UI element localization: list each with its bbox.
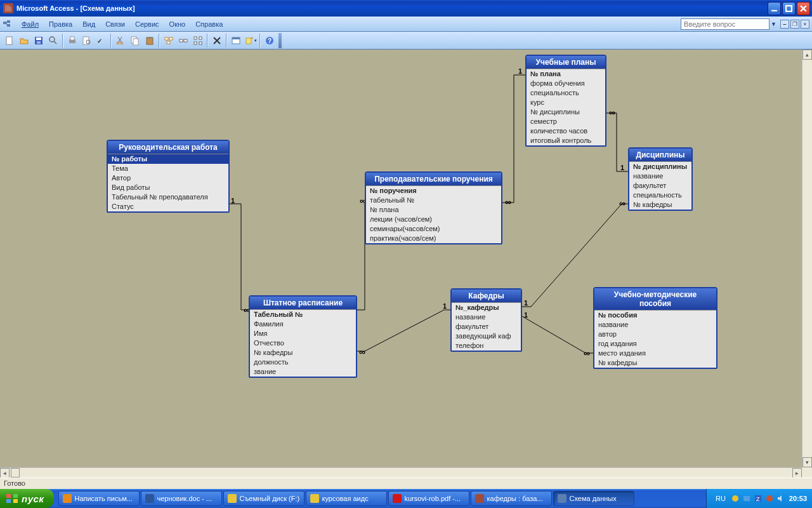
table-uchebnye-plany[interactable]: Учебные планы № планаформа обученияспеци…	[525, 55, 606, 147]
cut-icon[interactable]	[114, 34, 128, 48]
table-field[interactable]: № плана	[366, 205, 501, 215]
lang-indicator[interactable]: RU	[716, 495, 726, 502]
table-field[interactable]: Имя	[250, 329, 356, 338]
table-field[interactable]: Фамилия	[250, 319, 356, 329]
table-uchebno-metodicheskie-posobiya[interactable]: Учебно-методические пособия № пособияназ…	[593, 287, 717, 369]
tray-icon[interactable]: Z	[754, 494, 763, 503]
horizontal-scrollbar[interactable]: ◂ ▸	[0, 467, 802, 478]
table-prepodavatelskie-porucheniya[interactable]: Преподавательские поручения № порученият…	[365, 171, 502, 244]
taskbar-item[interactable]: черновик.doc - ...	[141, 491, 222, 506]
search-icon[interactable]	[46, 34, 60, 48]
table-field[interactable]: специальность	[527, 88, 605, 98]
minimize-button[interactable]	[768, 2, 781, 15]
db-window-icon[interactable]	[229, 34, 243, 48]
mdi-minimize-button[interactable]: ‒	[780, 20, 789, 29]
table-field[interactable]: Автор	[108, 173, 228, 183]
table-field[interactable]: место издания	[594, 349, 716, 358]
volume-icon[interactable]	[776, 494, 785, 503]
taskbar-item[interactable]: kursovi-rob.pdf -...	[388, 491, 469, 506]
table-field[interactable]: № кафедры	[629, 200, 691, 210]
table-field[interactable]: табельный №	[366, 196, 501, 205]
menu-help[interactable]: Справка	[190, 18, 228, 30]
table-field[interactable]: название	[594, 320, 716, 330]
table-discipliny[interactable]: Дисциплины № дисциплиныназваниефакультет…	[628, 147, 693, 211]
table-shtatnoe-raspisanie[interactable]: Штатное расписание Табельный №ФамилияИмя…	[249, 295, 357, 378]
tray-icon[interactable]	[742, 494, 751, 503]
table-field[interactable]: лекции (часов/сем)	[366, 215, 501, 224]
table-field[interactable]: Тема	[108, 164, 228, 173]
table-field[interactable]: № кафедры	[594, 358, 716, 368]
relationships-canvas[interactable]: 1 ∞ 1 ∞ ∞ 1 ∞ 1 ∞ 1 1 ∞ 1 ∞ Руководитель…	[0, 50, 812, 478]
ask-question-input[interactable]	[681, 18, 769, 30]
table-field[interactable]: количество часов	[527, 126, 605, 136]
table-field[interactable]: должность	[250, 358, 356, 367]
table-field[interactable]: практика(часов/сем)	[366, 234, 501, 243]
table-field[interactable]: звание	[250, 367, 356, 377]
table-field[interactable]: итоговый контроль	[527, 136, 605, 145]
scrollbar-thumb[interactable]	[11, 468, 20, 478]
table-field[interactable]: факультет	[629, 181, 691, 190]
vertical-scrollbar[interactable]: ▴ ▾	[802, 50, 812, 467]
table-field[interactable]: № дисциплины	[527, 107, 605, 117]
table-field[interactable]: курс	[527, 98, 605, 107]
scroll-down-icon[interactable]: ▾	[802, 457, 812, 467]
table-rukovoditelskaya-rabota[interactable]: Руководительская работа № работыТемаАвто…	[107, 140, 230, 213]
help-icon[interactable]: ?	[263, 34, 277, 48]
table-field[interactable]: семинары(часов/сем)	[366, 224, 501, 234]
table-field[interactable]: автор	[594, 330, 716, 339]
save-icon[interactable]	[32, 34, 46, 48]
paste-icon[interactable]	[143, 34, 157, 48]
show-all-icon[interactable]	[191, 34, 205, 48]
mdi-close-button[interactable]: ×	[801, 20, 809, 29]
show-direct-icon[interactable]	[176, 34, 190, 48]
table-field[interactable]: Статус	[108, 202, 228, 211]
new-icon[interactable]	[3, 34, 16, 48]
table-field[interactable]: № пособия	[594, 311, 716, 320]
table-field[interactable]: № кафедры	[250, 348, 356, 358]
close-button[interactable]	[797, 2, 810, 15]
scroll-right-icon[interactable]: ▸	[792, 468, 802, 478]
table-field[interactable]: № поручения	[366, 186, 501, 196]
menu-links[interactable]: Связи	[100, 18, 130, 30]
table-field[interactable]: год издания	[594, 339, 716, 349]
menu-file[interactable]: Файл	[16, 18, 44, 30]
table-field[interactable]: семестр	[527, 117, 605, 126]
mdi-restore-button[interactable]: ❐	[790, 20, 799, 29]
table-field[interactable]: Табельный №	[250, 310, 356, 319]
taskbar-item[interactable]: кафедры : база...	[471, 491, 552, 506]
table-field[interactable]: название	[452, 312, 521, 322]
scroll-left-icon[interactable]: ◂	[0, 468, 10, 478]
table-field[interactable]: №_кафедры	[452, 303, 521, 312]
copy-icon[interactable]	[128, 34, 142, 48]
table-field[interactable]: факультет	[452, 322, 521, 331]
menu-window[interactable]: Окно	[164, 18, 191, 30]
print-preview-icon[interactable]	[80, 34, 94, 48]
clock[interactable]: 20:53	[789, 495, 807, 502]
taskbar-item[interactable]: Написать письм...	[58, 491, 140, 506]
table-field[interactable]: специальность	[629, 190, 691, 200]
table-field[interactable]: Табельный № преподавателя	[108, 192, 228, 202]
table-field[interactable]: № плана	[527, 69, 605, 79]
taskbar-item[interactable]: курсовая аидс	[306, 491, 387, 506]
table-field[interactable]: заведующий каф	[452, 331, 521, 341]
system-tray[interactable]: RU Z 20:53	[706, 489, 812, 508]
scroll-up-icon[interactable]: ▴	[802, 50, 812, 60]
menu-service[interactable]: Сервис	[130, 18, 164, 30]
taskbar-item[interactable]: Схема данных	[553, 491, 634, 506]
taskbar-item[interactable]: Съемный диск (F:)	[223, 491, 304, 506]
open-icon[interactable]	[17, 34, 31, 48]
table-field[interactable]: № работы	[108, 154, 228, 164]
table-field[interactable]: телефон	[452, 341, 521, 351]
tray-icon[interactable]	[765, 494, 774, 503]
menu-view[interactable]: Вид	[77, 18, 100, 30]
spelling-icon[interactable]: ✓	[95, 34, 108, 48]
table-field[interactable]: Отчество	[250, 338, 356, 348]
menu-edit[interactable]: Правка	[44, 18, 77, 30]
table-field[interactable]: Вид работы	[108, 183, 228, 192]
show-table-icon[interactable]	[162, 34, 176, 48]
start-button[interactable]: пуск	[0, 489, 54, 508]
new-object-icon[interactable]: ▾	[244, 34, 258, 48]
delete-icon[interactable]	[210, 34, 224, 48]
print-icon[interactable]	[65, 34, 79, 48]
table-field[interactable]: название	[629, 171, 691, 181]
